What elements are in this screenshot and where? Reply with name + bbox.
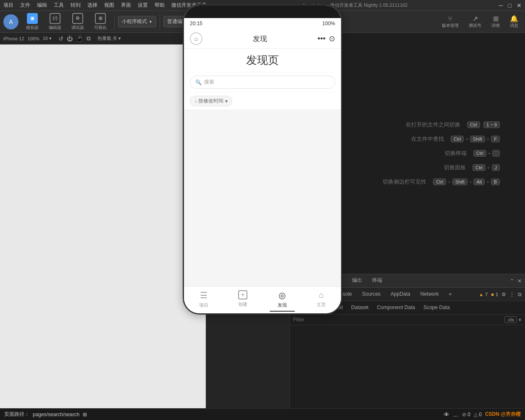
key-ctrl: Ctrl (473, 150, 486, 157)
shortcut-keys: Ctrl 1 ~ 9 (467, 121, 500, 128)
warn-count: ▲ 7 (479, 292, 488, 297)
debugger-button[interactable]: ⚙ 调试器 (67, 11, 88, 32)
menu-item-tools[interactable]: 工具 (54, 2, 64, 9)
minimize-button[interactable]: ─ (499, 2, 503, 9)
message-button[interactable]: 🔔 消息 (507, 13, 522, 30)
page-path-label: 页面路径： (4, 411, 29, 418)
key-ctrl: Ctrl (451, 136, 464, 142)
mode-dropdown[interactable]: 小程序模式 ▼ (118, 16, 156, 27)
shortcut-keys: Ctrl + ` (473, 150, 500, 157)
err-icon: ■ (491, 292, 494, 297)
key-sep: + (465, 136, 468, 142)
warn-count: △ 0 (474, 412, 482, 417)
phone-nav-bar: ⌂ 发现 ••• ⊙ (184, 45, 206, 49)
separator-1 (114, 14, 115, 29)
key-alt: Alt (473, 178, 485, 185)
shortcut-toggle-panel: 切换面板 Ctrl + J (407, 164, 500, 171)
sort-filter[interactable]: ↓ 按修改时间 ▾ (190, 96, 206, 106)
home-nav-icon[interactable]: ⌂ (190, 45, 202, 45)
shortcut-find-in-file: 在文件中查找 Ctrl + Shift + F (385, 135, 500, 143)
warn-num: 7 (485, 292, 488, 297)
device-model: iPhone 12 (3, 36, 24, 41)
test-number-button[interactable]: ↗ 测试号 (465, 13, 485, 30)
menu-item-project[interactable]: 项目 (3, 2, 13, 9)
devtools-controls: ⌃ ✕ (510, 278, 522, 284)
zoom-level: 100% (28, 36, 39, 41)
menu-item-interface[interactable]: 界面 (121, 2, 131, 9)
devtools-tab-output[interactable]: 编出 (347, 274, 367, 288)
separator-2 (160, 14, 160, 29)
close-devtools-button[interactable]: ✕ (517, 278, 522, 284)
err-count: ■ 1 (491, 292, 498, 297)
key-j: J (492, 164, 500, 171)
shortcut-keys: Ctrl + J (472, 164, 500, 171)
phone-button[interactable]: 📱 (76, 35, 83, 42)
tab-project-label: 项目 (199, 302, 206, 308)
devtools-more-icon[interactable]: ⋮ (509, 291, 514, 297)
warn-icon: △ (474, 412, 478, 417)
version-mgmt-button[interactable]: ⑂ 版本管理 (438, 13, 462, 30)
devtools-more-tabs[interactable]: » (444, 288, 457, 301)
devtools-tab-terminal[interactable]: 终端 (367, 274, 387, 288)
err-num: 1 (496, 292, 498, 297)
visual-button[interactable]: ⊞ 可视化 (90, 11, 111, 32)
power-button[interactable]: ⏻ (67, 35, 73, 42)
styles-filter-input[interactable] (293, 317, 504, 323)
key-sep: + (469, 179, 472, 184)
key-backtick: ` (492, 150, 500, 157)
rotate-button[interactable]: ↺ (58, 35, 63, 42)
menu-item-settings[interactable]: 设置 (138, 2, 148, 9)
avatar: A (3, 14, 18, 29)
styles-tab-dataset[interactable]: Dataset (347, 301, 373, 315)
more-options-icon[interactable]: … (453, 411, 459, 418)
duplicate-button[interactable]: ⧉ (87, 35, 91, 42)
shortcut-desc: 切换侧边栏可见性 (368, 178, 426, 186)
devtools-main-tab-sources[interactable]: Sources (357, 288, 386, 301)
menu-item-help[interactable]: 帮助 (155, 2, 165, 9)
shortcut-keys: Ctrl + Shift + Alt + B (433, 178, 500, 185)
search-placeholder: 搜索 (204, 79, 206, 86)
maximize-button[interactable]: □ (508, 2, 512, 9)
key-ctrl: Ctrl (467, 121, 480, 128)
menu-item-goto[interactable]: 转到 (71, 2, 81, 9)
scale-select[interactable]: 16 ▾ (43, 36, 52, 41)
settings-icon[interactable]: ⚙ (501, 291, 506, 297)
error-count: ⊘ 0 (462, 412, 470, 417)
copy-path-button[interactable]: ⊞ (83, 412, 87, 417)
cls-button[interactable]: .cls (504, 316, 517, 323)
detail-button[interactable]: ⊞ 详情 (488, 13, 503, 30)
editor-button[interactable]: ⟨/⟩ 编辑器 (45, 11, 66, 32)
tab-project[interactable]: ☰ 项目 (184, 290, 206, 312)
key-1-9: 1 ~ 9 (483, 121, 500, 128)
page-title: 发现页 (190, 53, 206, 68)
key-shift: Shift (452, 178, 467, 185)
eye-icon[interactable]: 👁 (444, 411, 449, 418)
status-bar: 页面路径： pages/search/search ⊞ 👁 … ⊘ 0 △ 0 … (0, 408, 525, 420)
file-path: pages/search/search (33, 412, 79, 417)
close-button[interactable]: ✕ (517, 2, 522, 9)
shortcut-desc: 在打开的文件之间切换 (402, 121, 460, 129)
warn-icon: ▲ (479, 292, 483, 297)
menu-item-view[interactable]: 视图 (104, 2, 114, 9)
simulator-side: iPhone 12 100% 16 ▾ ↺ ⏻ 📱 ⧉ 热重载 关 ▾ (0, 33, 206, 408)
add-style-button[interactable]: + (518, 316, 522, 323)
hotreload-toggle[interactable]: 热重载 关 ▾ (97, 35, 121, 42)
phone-simulator: 20:15 100% ⌂ 发现 ••• ⊙ (0, 45, 206, 408)
key-sep: + (448, 179, 450, 184)
filter-row: .cls + (290, 315, 525, 325)
devtools-main-tab-network[interactable]: Network (415, 288, 444, 301)
menu-item-edit[interactable]: 编辑 (37, 2, 47, 9)
shortcut-desc: 切换面板 (407, 164, 466, 171)
search-input-box[interactable]: 🔍 搜索 (190, 76, 206, 89)
styles-tab-componentdata[interactable]: Component Data (373, 301, 419, 315)
key-ctrl: Ctrl (472, 164, 486, 171)
expand-icon[interactable]: ⌃ (510, 278, 514, 284)
menu-item-file[interactable]: 文件 (20, 2, 30, 9)
devtools-main-tab-appdata[interactable]: AppData (386, 288, 415, 301)
devtools-undock-icon[interactable]: ⧉ (518, 291, 522, 297)
shortcut-toggle-terminal: 切换终端 Ctrl + ` (408, 150, 500, 157)
styles-tab-scopedata[interactable]: Scope Data (419, 301, 454, 315)
simulator-button[interactable]: ▣ 模拟器 (22, 11, 43, 32)
menu-item-select[interactable]: 选择 (87, 2, 97, 9)
shortcut-keys: Ctrl + Shift + F (451, 136, 500, 142)
